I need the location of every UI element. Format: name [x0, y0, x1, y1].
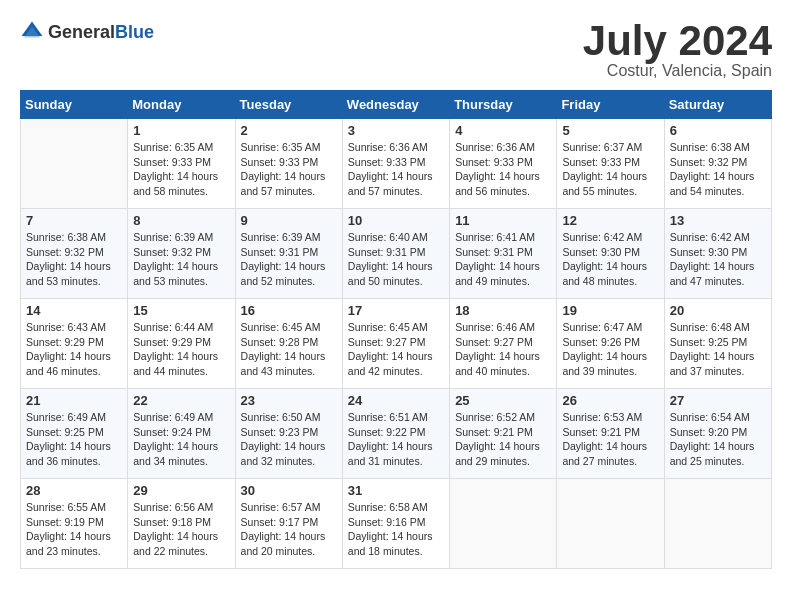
logo: GeneralBlue [20, 20, 154, 44]
day-info: Sunrise: 6:36 AMSunset: 9:33 PMDaylight:… [455, 140, 551, 199]
day-number: 11 [455, 213, 551, 228]
day-number: 24 [348, 393, 444, 408]
logo-text-general: General [48, 22, 115, 42]
day-info: Sunrise: 6:41 AMSunset: 9:31 PMDaylight:… [455, 230, 551, 289]
calendar-week-1: 1Sunrise: 6:35 AMSunset: 9:33 PMDaylight… [21, 119, 772, 209]
day-number: 30 [241, 483, 337, 498]
day-info: Sunrise: 6:35 AMSunset: 9:33 PMDaylight:… [133, 140, 229, 199]
day-info: Sunrise: 6:42 AMSunset: 9:30 PMDaylight:… [670, 230, 766, 289]
day-number: 26 [562, 393, 658, 408]
calendar-cell: 4Sunrise: 6:36 AMSunset: 9:33 PMDaylight… [450, 119, 557, 209]
calendar-table: SundayMondayTuesdayWednesdayThursdayFrid… [20, 90, 772, 569]
month-title: July 2024 [583, 20, 772, 62]
day-number: 8 [133, 213, 229, 228]
day-number: 3 [348, 123, 444, 138]
calendar-cell: 17Sunrise: 6:45 AMSunset: 9:27 PMDayligh… [342, 299, 449, 389]
day-info: Sunrise: 6:45 AMSunset: 9:27 PMDaylight:… [348, 320, 444, 379]
day-number: 12 [562, 213, 658, 228]
day-number: 31 [348, 483, 444, 498]
calendar-cell: 9Sunrise: 6:39 AMSunset: 9:31 PMDaylight… [235, 209, 342, 299]
calendar-cell: 8Sunrise: 6:39 AMSunset: 9:32 PMDaylight… [128, 209, 235, 299]
day-number: 9 [241, 213, 337, 228]
day-number: 10 [348, 213, 444, 228]
header: GeneralBlue July 2024 Costur, Valencia, … [20, 20, 772, 80]
day-info: Sunrise: 6:37 AMSunset: 9:33 PMDaylight:… [562, 140, 658, 199]
day-number: 4 [455, 123, 551, 138]
calendar-cell: 27Sunrise: 6:54 AMSunset: 9:20 PMDayligh… [664, 389, 771, 479]
day-info: Sunrise: 6:49 AMSunset: 9:25 PMDaylight:… [26, 410, 122, 469]
day-info: Sunrise: 6:38 AMSunset: 9:32 PMDaylight:… [670, 140, 766, 199]
day-number: 21 [26, 393, 122, 408]
day-number: 17 [348, 303, 444, 318]
calendar-cell: 14Sunrise: 6:43 AMSunset: 9:29 PMDayligh… [21, 299, 128, 389]
calendar-cell: 10Sunrise: 6:40 AMSunset: 9:31 PMDayligh… [342, 209, 449, 299]
logo-text-blue: Blue [115, 22, 154, 42]
calendar-cell: 21Sunrise: 6:49 AMSunset: 9:25 PMDayligh… [21, 389, 128, 479]
calendar-cell: 18Sunrise: 6:46 AMSunset: 9:27 PMDayligh… [450, 299, 557, 389]
day-number: 22 [133, 393, 229, 408]
day-number: 28 [26, 483, 122, 498]
day-number: 20 [670, 303, 766, 318]
day-info: Sunrise: 6:48 AMSunset: 9:25 PMDaylight:… [670, 320, 766, 379]
day-info: Sunrise: 6:46 AMSunset: 9:27 PMDaylight:… [455, 320, 551, 379]
header-monday: Monday [128, 91, 235, 119]
day-info: Sunrise: 6:39 AMSunset: 9:31 PMDaylight:… [241, 230, 337, 289]
day-number: 5 [562, 123, 658, 138]
day-info: Sunrise: 6:55 AMSunset: 9:19 PMDaylight:… [26, 500, 122, 559]
header-tuesday: Tuesday [235, 91, 342, 119]
day-number: 25 [455, 393, 551, 408]
calendar-cell: 31Sunrise: 6:58 AMSunset: 9:16 PMDayligh… [342, 479, 449, 569]
day-info: Sunrise: 6:44 AMSunset: 9:29 PMDaylight:… [133, 320, 229, 379]
header-friday: Friday [557, 91, 664, 119]
day-info: Sunrise: 6:50 AMSunset: 9:23 PMDaylight:… [241, 410, 337, 469]
day-info: Sunrise: 6:35 AMSunset: 9:33 PMDaylight:… [241, 140, 337, 199]
calendar-cell: 13Sunrise: 6:42 AMSunset: 9:30 PMDayligh… [664, 209, 771, 299]
day-info: Sunrise: 6:38 AMSunset: 9:32 PMDaylight:… [26, 230, 122, 289]
calendar-week-3: 14Sunrise: 6:43 AMSunset: 9:29 PMDayligh… [21, 299, 772, 389]
day-info: Sunrise: 6:36 AMSunset: 9:33 PMDaylight:… [348, 140, 444, 199]
day-info: Sunrise: 6:49 AMSunset: 9:24 PMDaylight:… [133, 410, 229, 469]
day-info: Sunrise: 6:56 AMSunset: 9:18 PMDaylight:… [133, 500, 229, 559]
day-info: Sunrise: 6:45 AMSunset: 9:28 PMDaylight:… [241, 320, 337, 379]
calendar-cell [557, 479, 664, 569]
day-number: 6 [670, 123, 766, 138]
calendar-cell: 22Sunrise: 6:49 AMSunset: 9:24 PMDayligh… [128, 389, 235, 479]
header-sunday: Sunday [21, 91, 128, 119]
calendar-cell: 20Sunrise: 6:48 AMSunset: 9:25 PMDayligh… [664, 299, 771, 389]
day-info: Sunrise: 6:39 AMSunset: 9:32 PMDaylight:… [133, 230, 229, 289]
calendar-week-5: 28Sunrise: 6:55 AMSunset: 9:19 PMDayligh… [21, 479, 772, 569]
day-info: Sunrise: 6:57 AMSunset: 9:17 PMDaylight:… [241, 500, 337, 559]
header-thursday: Thursday [450, 91, 557, 119]
calendar-cell: 23Sunrise: 6:50 AMSunset: 9:23 PMDayligh… [235, 389, 342, 479]
calendar-week-2: 7Sunrise: 6:38 AMSunset: 9:32 PMDaylight… [21, 209, 772, 299]
day-info: Sunrise: 6:42 AMSunset: 9:30 PMDaylight:… [562, 230, 658, 289]
day-info: Sunrise: 6:54 AMSunset: 9:20 PMDaylight:… [670, 410, 766, 469]
header-saturday: Saturday [664, 91, 771, 119]
day-info: Sunrise: 6:43 AMSunset: 9:29 PMDaylight:… [26, 320, 122, 379]
location-title: Costur, Valencia, Spain [583, 62, 772, 80]
logo-icon [20, 20, 44, 44]
day-number: 16 [241, 303, 337, 318]
day-number: 1 [133, 123, 229, 138]
day-info: Sunrise: 6:53 AMSunset: 9:21 PMDaylight:… [562, 410, 658, 469]
calendar-cell: 29Sunrise: 6:56 AMSunset: 9:18 PMDayligh… [128, 479, 235, 569]
calendar-cell: 30Sunrise: 6:57 AMSunset: 9:17 PMDayligh… [235, 479, 342, 569]
title-area: July 2024 Costur, Valencia, Spain [583, 20, 772, 80]
day-number: 23 [241, 393, 337, 408]
day-info: Sunrise: 6:40 AMSunset: 9:31 PMDaylight:… [348, 230, 444, 289]
calendar-cell [21, 119, 128, 209]
calendar-header-row: SundayMondayTuesdayWednesdayThursdayFrid… [21, 91, 772, 119]
calendar-cell: 24Sunrise: 6:51 AMSunset: 9:22 PMDayligh… [342, 389, 449, 479]
calendar-cell: 1Sunrise: 6:35 AMSunset: 9:33 PMDaylight… [128, 119, 235, 209]
day-number: 27 [670, 393, 766, 408]
day-number: 19 [562, 303, 658, 318]
day-info: Sunrise: 6:52 AMSunset: 9:21 PMDaylight:… [455, 410, 551, 469]
header-wednesday: Wednesday [342, 91, 449, 119]
calendar-cell: 11Sunrise: 6:41 AMSunset: 9:31 PMDayligh… [450, 209, 557, 299]
calendar-cell: 5Sunrise: 6:37 AMSunset: 9:33 PMDaylight… [557, 119, 664, 209]
calendar-cell: 26Sunrise: 6:53 AMSunset: 9:21 PMDayligh… [557, 389, 664, 479]
calendar-cell: 12Sunrise: 6:42 AMSunset: 9:30 PMDayligh… [557, 209, 664, 299]
calendar-cell: 7Sunrise: 6:38 AMSunset: 9:32 PMDaylight… [21, 209, 128, 299]
calendar-cell: 16Sunrise: 6:45 AMSunset: 9:28 PMDayligh… [235, 299, 342, 389]
day-number: 14 [26, 303, 122, 318]
